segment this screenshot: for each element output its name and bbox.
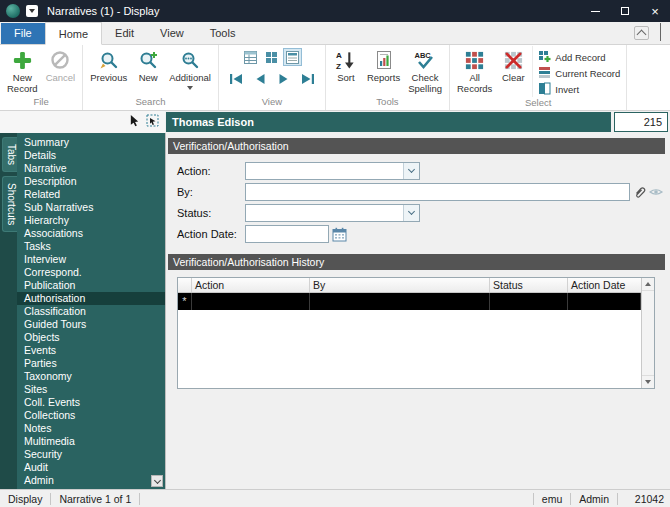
column-header-action[interactable]: Action xyxy=(192,278,310,292)
table-cell-action-date[interactable] xyxy=(568,293,641,310)
sidebar-item-notes[interactable]: Notes xyxy=(17,422,165,435)
status-combo-button[interactable] xyxy=(403,205,419,221)
visibility-button[interactable] xyxy=(649,187,663,197)
sidebar-item-objects[interactable]: Objects xyxy=(17,331,165,344)
view-list-button[interactable] xyxy=(241,48,260,66)
sidebar-item-parties[interactable]: Parties xyxy=(17,357,165,370)
combo-caret-icon xyxy=(408,166,415,173)
sidebar-item-sub-narratives[interactable]: Sub Narratives xyxy=(17,201,165,214)
new-record-button[interactable]: New Record xyxy=(3,46,42,94)
attachment-button[interactable] xyxy=(633,185,646,199)
current-record-button[interactable]: Current Record xyxy=(538,66,620,81)
sidebar-item-tasks[interactable]: Tasks xyxy=(17,240,165,253)
ribbon-group-search: Previous New Additional Search xyxy=(83,45,219,110)
add-record-button[interactable]: Add Record xyxy=(538,50,620,65)
sidebar-item-associations[interactable]: Associations xyxy=(17,227,165,240)
next-record-button[interactable] xyxy=(274,70,294,88)
sidebar-item-hierarchy[interactable]: Hierarchy xyxy=(17,214,165,227)
table-scrollbar[interactable] xyxy=(641,278,654,388)
cancel-icon xyxy=(50,48,70,72)
minimize-button[interactable] xyxy=(580,0,610,22)
table-scroll-up-button[interactable] xyxy=(642,278,654,291)
tab-file[interactable]: File xyxy=(1,23,45,44)
sidebar-item-correspond[interactable]: Correspond. xyxy=(17,266,165,279)
tab-edit[interactable]: Edit xyxy=(102,23,147,44)
search-new-button[interactable]: New xyxy=(131,46,165,84)
calendar-button[interactable] xyxy=(332,227,347,242)
sidebar-item-details[interactable]: Details xyxy=(17,149,165,162)
table-cell-action[interactable] xyxy=(192,293,310,310)
row-marker[interactable]: * xyxy=(178,293,192,310)
sidebar-item-coll-events[interactable]: Coll. Events xyxy=(17,396,165,409)
table-cell-by[interactable] xyxy=(310,293,490,310)
sidebar-item-sites[interactable]: Sites xyxy=(17,383,165,396)
sidebar-item-narrative[interactable]: Narrative xyxy=(17,162,165,175)
status-combobox[interactable] xyxy=(245,204,420,222)
first-record-button[interactable] xyxy=(226,70,246,88)
sidebar-item-description[interactable]: Description xyxy=(17,175,165,188)
action-combobox[interactable] xyxy=(245,162,420,180)
by-input[interactable] xyxy=(245,183,630,201)
clear-button[interactable]: Clear xyxy=(496,46,530,84)
sidebar-item-taxonomy[interactable]: Taxonomy xyxy=(17,370,165,383)
sidebar-item-related[interactable]: Related xyxy=(17,188,165,201)
reports-button[interactable]: Reports xyxy=(363,46,404,84)
group-label-select: Select xyxy=(453,97,623,110)
sidebar-item-authorisation[interactable]: Authorisation xyxy=(17,292,165,305)
tab-view[interactable]: View xyxy=(147,23,197,44)
last-record-icon xyxy=(301,73,315,85)
action-combo-button[interactable] xyxy=(403,163,419,179)
ribbon-options-icon[interactable] xyxy=(634,26,649,40)
sidebar-item-security[interactable]: Security xyxy=(17,448,165,461)
sidebar-item-collections[interactable]: Collections xyxy=(17,409,165,422)
view-details-button[interactable] xyxy=(283,48,302,66)
ribbon-tab-row: File Home Edit View Tools xyxy=(0,22,670,45)
search-previous-button[interactable]: Previous xyxy=(86,46,131,84)
close-icon: × xyxy=(651,5,659,18)
scroll-down-icon xyxy=(645,380,651,384)
tab-tools[interactable]: Tools xyxy=(197,23,249,44)
status-session: 21042 xyxy=(618,493,670,505)
sidebar-item-events[interactable]: Events xyxy=(17,344,165,357)
maximize-button[interactable] xyxy=(610,0,640,22)
table-scroll-down-button[interactable] xyxy=(642,375,654,388)
all-records-button[interactable]: All Records xyxy=(453,46,496,94)
search-additional-button[interactable]: Additional xyxy=(165,46,215,90)
cancel-button[interactable]: Cancel xyxy=(42,46,80,84)
invert-button[interactable]: Invert xyxy=(538,82,620,97)
column-header-by[interactable]: By xyxy=(310,278,490,292)
sort-button[interactable]: AZ Sort xyxy=(329,46,363,84)
tab-select-icon[interactable] xyxy=(146,113,159,131)
first-record-icon xyxy=(229,73,243,85)
table-cell-status[interactable] xyxy=(490,293,568,310)
quick-access-menu-button[interactable] xyxy=(26,5,38,17)
sidebar-item-admin[interactable]: Admin xyxy=(17,474,165,487)
last-record-button[interactable] xyxy=(298,70,318,88)
search-previous-icon xyxy=(99,48,119,72)
history-table: Action By Status Action Date * xyxy=(177,277,655,389)
sidebar-item-interview[interactable]: Interview xyxy=(17,253,165,266)
vertical-tab-tabs[interactable]: Tabs xyxy=(2,137,17,172)
table-row[interactable]: * xyxy=(178,293,641,310)
sidebar-item-guided-tours[interactable]: Guided Tours xyxy=(17,318,165,331)
sidebar-item-publication[interactable]: Publication xyxy=(17,279,165,292)
view-grid-button[interactable] xyxy=(262,48,281,66)
sidebar-item-multimedia[interactable]: Multimedia xyxy=(17,435,165,448)
column-header-status[interactable]: Status xyxy=(490,278,568,292)
sidebar-item-audit[interactable]: Audit xyxy=(17,461,165,474)
close-button[interactable]: × xyxy=(640,0,670,22)
svg-text:A: A xyxy=(336,51,342,60)
tab-home[interactable]: Home xyxy=(45,22,102,45)
previous-record-button[interactable] xyxy=(250,70,270,88)
action-date-input[interactable] xyxy=(245,225,329,243)
sidebar-item-classification[interactable]: Classification xyxy=(17,305,165,318)
tab-cursor-icon[interactable] xyxy=(129,113,140,131)
search-new-label: New xyxy=(139,73,158,84)
sidebar-item-summary[interactable]: Summary xyxy=(17,136,165,149)
clear-label: Clear xyxy=(502,73,525,84)
collapse-ribbon-icon[interactable] xyxy=(660,24,661,42)
check-spelling-button[interactable]: ABC Check Spelling xyxy=(404,46,446,94)
vertical-tab-shortcuts[interactable]: Shortcuts xyxy=(2,176,17,232)
sidebar-scroll-down-button[interactable] xyxy=(151,475,163,487)
column-header-action-date[interactable]: Action Date xyxy=(568,278,641,292)
